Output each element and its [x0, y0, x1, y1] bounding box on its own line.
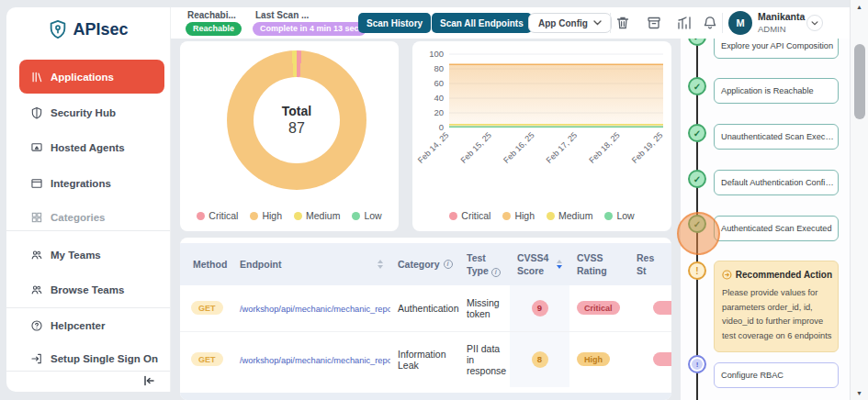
sign-on-icon	[30, 352, 43, 365]
donut-legend: CriticalHighMediumLow	[180, 210, 399, 221]
table-row[interactable]: GET /workshop/api/mechanic/mechanic_repo…	[180, 331, 671, 387]
table-footer-strip	[180, 393, 671, 400]
grid-icon	[30, 211, 43, 224]
sidebar-item-integrations[interactable]: Integrations	[19, 172, 164, 195]
donut-center: Total 87	[254, 77, 340, 163]
logo-text: APIsec	[73, 20, 128, 39]
legend-item-critical[interactable]: Critical	[449, 210, 490, 221]
sidebar-divider	[6, 371, 170, 372]
scroll-up-arrow[interactable]: ▲	[851, 4, 868, 10]
legend-dot	[547, 212, 555, 220]
bell-icon[interactable]	[702, 15, 718, 31]
scan-all-endpoints-button[interactable]: Scan All Endpoints	[432, 13, 532, 33]
col-res-st[interactable]: Res St	[629, 243, 671, 285]
legend-item-medium[interactable]: Medium	[547, 210, 592, 221]
legend-dot	[294, 212, 302, 220]
result-badge	[653, 352, 671, 366]
page-scrollbar[interactable]: ▲ ▼	[850, 0, 868, 400]
sidebar-collapse-button[interactable]	[141, 372, 157, 389]
user-avatar[interactable]: M	[728, 11, 752, 35]
svg-text:80: 80	[434, 63, 444, 73]
analytics-icon[interactable]	[676, 15, 693, 31]
info-icon[interactable]: i	[491, 268, 501, 277]
header-divider	[610, 13, 611, 33]
apisec-logo: APIsec	[6, 19, 170, 39]
step-warning-icon: !	[688, 261, 706, 280]
legend-dot	[250, 212, 258, 220]
user-name: Manikanta	[758, 11, 805, 22]
info-icon[interactable]: i	[444, 260, 453, 269]
legend-dot	[352, 212, 360, 220]
svg-text:40: 40	[434, 93, 444, 103]
last-scan-label: Last Scan ...	[255, 10, 309, 20]
step-done-icon: ✓	[688, 124, 706, 142]
method-badge: GET	[191, 301, 223, 315]
endpoint-link[interactable]: /workshop/api/mechanic/mechanic_report	[240, 356, 390, 365]
recommended-action-card[interactable]: Recommended Action Please provide values…	[714, 261, 839, 352]
cvss4-score-badge: 8	[532, 351, 548, 368]
donut-total-value: 87	[288, 120, 305, 137]
table-row[interactable]: GET /workshop/api/mechanic/mechanic_repo…	[180, 285, 671, 331]
timeline-step-reachable[interactable]: Application is Reachable	[714, 78, 839, 104]
col-endpoint[interactable]: Endpoint	[232, 243, 390, 285]
sort-icon[interactable]	[557, 260, 562, 269]
top-bar: Reachabi... Reachable Last Scan ... Comp…	[171, 7, 850, 39]
col-category[interactable]: Categoryi	[390, 243, 459, 285]
legend-item-low[interactable]: Low	[352, 210, 381, 221]
chevron-down-icon	[811, 21, 818, 26]
monitor-icon	[30, 141, 43, 154]
sidebar-item-categories[interactable]: Categories	[19, 206, 164, 229]
svg-text:60: 60	[434, 78, 444, 88]
step-pending-icon: !	[688, 355, 706, 373]
donut-total-label: Total	[282, 104, 311, 118]
col-cvss4-score[interactable]: CVSS4 Score	[510, 243, 569, 285]
timeline-step-configure-rbac[interactable]: Configure RBAC	[714, 362, 839, 388]
app-config-button[interactable]: App Config	[528, 13, 612, 33]
user-menu-chevron[interactable]	[806, 15, 823, 31]
archive-icon[interactable]	[646, 15, 662, 31]
sidebar-item-setup-sso[interactable]: Setup Single Sign On	[19, 347, 164, 371]
sort-icon[interactable]	[378, 260, 383, 269]
people-icon	[30, 283, 43, 296]
onboarding-timeline-panel: ✓ Explore your API Composition ✓ Applica…	[680, 39, 850, 400]
sidebar-divider	[6, 307, 170, 308]
col-test-type[interactable]: Test Type i	[459, 243, 510, 285]
sidebar-item-security-hub[interactable]: Security Hub	[19, 101, 164, 125]
timeline-step-unauth-scan[interactable]: Unauthenticated Scan Executed	[714, 124, 839, 150]
sidebar-item-applications[interactable]: Applications	[19, 60, 164, 94]
scan-history-button[interactable]: Scan History	[358, 13, 431, 33]
severity-trend-chart[interactable]: 020406080100Feb 14, 25Feb 15, 25Feb 16, …	[412, 41, 671, 199]
svg-text:Feb 15, 25: Feb 15, 25	[459, 130, 493, 164]
legend-item-high[interactable]: High	[250, 210, 282, 221]
legend-dot	[197, 212, 205, 220]
findings-table-card: Method Endpoint Categoryi Test Type i CV…	[180, 238, 671, 400]
help-icon	[30, 319, 43, 332]
sidebar-item-my-teams[interactable]: My Teams	[19, 243, 164, 267]
chevron-down-icon	[593, 20, 602, 26]
last-scan-badge: Complete in 4 min 13 sec	[253, 22, 366, 36]
svg-text:Feb 14, 25: Feb 14, 25	[416, 130, 450, 164]
endpoint-link[interactable]: /workshop/api/mechanic/mechanic_report	[240, 305, 390, 314]
col-method[interactable]: Method	[180, 243, 232, 285]
click-highlight	[677, 212, 720, 255]
svg-text:Feb 17, 25: Feb 17, 25	[545, 130, 579, 164]
timeline-step-auth-scan[interactable]: Authenticated Scan Executed	[714, 216, 839, 241]
timeline-step-default-auth[interactable]: Default Authentication Configu...	[714, 170, 839, 195]
col-cvss-rating[interactable]: CVSS Rating	[569, 243, 629, 285]
header-divider	[722, 13, 723, 33]
legend-item-medium[interactable]: Medium	[294, 210, 340, 221]
people-icon	[30, 249, 43, 261]
sidebar-divider	[6, 230, 170, 231]
legend-dot	[502, 212, 511, 220]
legend-item-low[interactable]: Low	[604, 210, 634, 221]
legend-dot	[604, 212, 613, 220]
legend-item-critical[interactable]: Critical	[197, 210, 238, 221]
sidebar-item-hosted-agents[interactable]: Hosted Agents	[19, 136, 164, 160]
recommended-action-title: Recommended Action	[722, 270, 832, 280]
legend-item-high[interactable]: High	[502, 210, 535, 221]
delete-icon[interactable]	[614, 15, 631, 31]
sidebar-item-helpcenter[interactable]: Helpcenter	[19, 314, 164, 338]
sidebar-item-browse-teams[interactable]: Browse Teams	[19, 278, 164, 302]
scroll-down-arrow[interactable]: ▼	[851, 390, 868, 396]
scrollbar-thumb[interactable]	[854, 44, 865, 119]
